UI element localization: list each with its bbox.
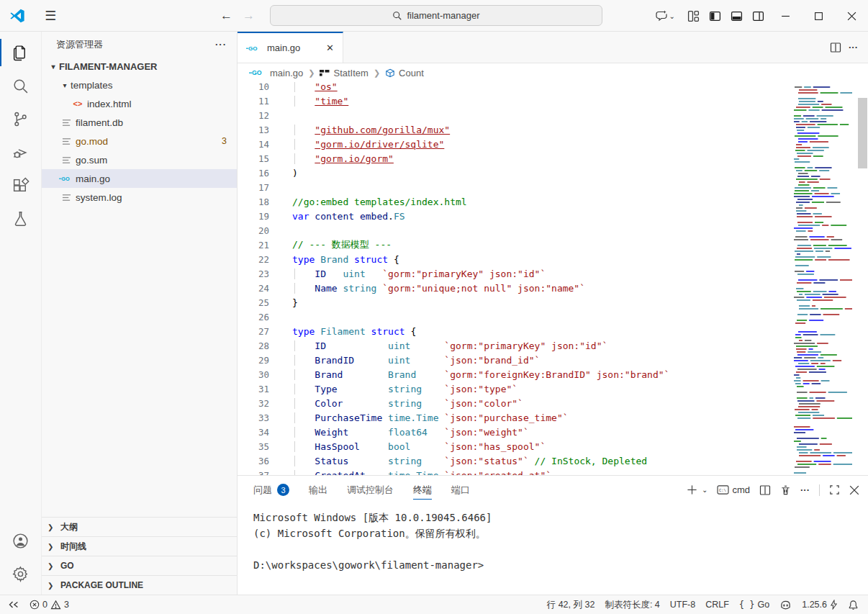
code-line-25[interactable]: 25} — [238, 295, 792, 310]
code-line-35[interactable]: 35 HasSpool bool `json:"has_spool"` — [238, 439, 792, 453]
minimap[interactable] — [792, 82, 856, 475]
code-line-13[interactable]: 13 "github.com/gorilla/mux" — [238, 122, 792, 137]
code-line-11[interactable]: 11 "time" — [238, 94, 792, 108]
sidebar-section-go[interactable]: ❯GO — [42, 556, 237, 575]
shell-selector[interactable]: C:\ cmd — [717, 484, 750, 495]
split-terminal-icon[interactable] — [759, 484, 771, 496]
editor-more-actions-icon[interactable]: ··· — [849, 42, 858, 53]
close-panel-icon[interactable] — [849, 485, 859, 495]
code-line-12[interactable]: 12 — [238, 108, 792, 122]
explorer-icon[interactable] — [0, 36, 42, 69]
sidebar-section--[interactable]: ❯大纲 — [42, 517, 237, 536]
back-arrow-icon[interactable]: ← — [220, 9, 232, 23]
maximize-button[interactable] — [802, 0, 835, 32]
code-line-34[interactable]: 34 Weight float64 `json:"weight"` — [238, 425, 792, 439]
toggle-secondary-sidebar-icon[interactable] — [747, 5, 769, 27]
sidebar-section-package-outline[interactable]: ❯PACKAGE OUTLINE — [42, 575, 237, 595]
breadcrumb-item-statitem[interactable]: StatItem — [320, 68, 368, 78]
code-line-27[interactable]: 27type Filament struct { — [238, 324, 792, 338]
tree-item-filament-manager[interactable]: ▾FILAMENT-MANAGER — [42, 57, 237, 76]
terminal-dropdown-chevron-icon[interactable]: ⌄ — [702, 486, 707, 494]
sidebar-section--[interactable]: ❯时间线 — [42, 536, 237, 556]
toggle-panel-icon[interactable] — [725, 5, 747, 27]
terminal-output[interactable]: Microsoft Windows [版本 10.0.19045.6466] (… — [238, 504, 868, 595]
forward-arrow-icon[interactable]: → — [243, 9, 255, 23]
toggle-primary-sidebar-icon[interactable] — [704, 5, 725, 27]
code-line-21[interactable]: 21// --- 数据模型 --- — [238, 238, 792, 252]
code-line-22[interactable]: 22type Brand struct { — [238, 252, 792, 266]
panel-tab-端口[interactable]: 端口 — [451, 476, 470, 504]
code-line-31[interactable]: 31 Type string `json:"type"` — [238, 382, 792, 396]
code-line-18[interactable]: 18//go:embed templates/index.html — [238, 194, 792, 209]
notifications-bell-icon[interactable] — [843, 600, 864, 610]
language-mode[interactable]: { } Go — [734, 600, 774, 610]
run-debug-icon[interactable] — [0, 135, 42, 168]
extensions-icon[interactable] — [0, 168, 42, 202]
go-version-status[interactable]: 1.25.6 — [797, 600, 843, 610]
code-line-20[interactable]: 20 — [238, 223, 792, 238]
tree-item-templates[interactable]: ▾templates — [42, 76, 237, 94]
editor-group: GO main.go ✕ ··· GOmain.go❯StatItem❯Coun… — [238, 32, 868, 595]
copilot-status-icon[interactable] — [774, 600, 797, 610]
code-line-23[interactable]: 23 ID uint `gorm:"primaryKey" json:"id"` — [238, 266, 792, 281]
close-window-button[interactable] — [835, 0, 868, 32]
settings-gear-icon[interactable] — [0, 557, 42, 590]
file-icon — [62, 137, 71, 146]
tree-item-filament-db[interactable]: filament.db — [42, 113, 237, 132]
panel-tab-终端[interactable]: 终端 — [413, 476, 432, 504]
search-view-icon[interactable] — [0, 69, 42, 102]
split-editor-icon[interactable] — [830, 42, 841, 53]
code-line-36[interactable]: 36 Status string `json:"status"` // InSt… — [238, 453, 792, 468]
panel-more-actions-icon[interactable]: ··· — [800, 484, 810, 495]
code-line-24[interactable]: 24 Name string `gorm:"unique;not null" j… — [238, 281, 792, 295]
tab-label: main.go — [267, 42, 318, 53]
panel-tab-问题[interactable]: 问题3 — [253, 476, 289, 504]
panel-tab-输出[interactable]: 输出 — [309, 476, 327, 504]
chevron-down-icon[interactable]: ⌄ — [669, 12, 675, 20]
code-editor[interactable]: 10 "os"11 "time"1213 "github.com/gorilla… — [238, 82, 868, 475]
maximize-panel-icon[interactable] — [829, 484, 840, 495]
tree-item-index-html[interactable]: <>index.html — [42, 94, 237, 113]
testing-icon[interactable] — [0, 202, 42, 235]
kill-terminal-trash-icon[interactable] — [780, 484, 791, 496]
code-line-33[interactable]: 33 PurchaseTime time.Time `json:"purchas… — [238, 410, 792, 425]
source-control-icon[interactable] — [0, 102, 42, 135]
tab-main-go[interactable]: GO main.go ✕ — [238, 32, 343, 63]
tree-item-main-go[interactable]: GOmain.go — [42, 169, 237, 188]
indentation-setting[interactable]: 制表符长度: 4 — [600, 599, 664, 611]
code-line-14[interactable]: 14 "gorm.io/driver/sqlite" — [238, 137, 792, 151]
code-line-29[interactable]: 29 BrandID uint `json:"brand_id"` — [238, 353, 792, 367]
tree-item-system-log[interactable]: system.log — [42, 188, 237, 207]
breadcrumb: GOmain.go❯StatItem❯Count — [238, 63, 868, 82]
menu-icon[interactable]: ☰ — [45, 8, 56, 24]
editor-scrollbar[interactable] — [858, 98, 867, 168]
sidebar-more-actions-icon[interactable]: ··· — [215, 39, 227, 50]
remote-indicator-icon[interactable] — [3, 600, 24, 610]
code-line-28[interactable]: 28 ID uint `gorm:"primaryKey" json:"id"` — [238, 338, 792, 353]
tree-item-go-sum[interactable]: go.sum — [42, 150, 237, 169]
command-center-search[interactable]: filament-manager — [270, 5, 602, 26]
editor-tab-bar: GO main.go ✕ ··· — [238, 32, 868, 63]
code-line-37[interactable]: 37 CreatedAt time.Time `json:"created_at… — [238, 468, 792, 475]
code-line-17[interactable]: 17 — [238, 180, 792, 194]
minimize-button[interactable] — [769, 0, 802, 32]
code-line-16[interactable]: 16) — [238, 166, 792, 180]
breadcrumb-item-count[interactable]: Count — [385, 68, 424, 78]
tree-item-go-mod[interactable]: go.mod3 — [42, 132, 237, 150]
cursor-position[interactable]: 行 42, 列 32 — [542, 599, 600, 611]
account-icon[interactable] — [0, 524, 42, 557]
eol-setting[interactable]: CRLF — [700, 600, 734, 610]
customize-layout-icon[interactable] — [682, 5, 704, 27]
code-line-19[interactable]: 19var content embed.FS — [238, 209, 792, 223]
panel-tab-调试控制台[interactable]: 调试控制台 — [347, 476, 394, 504]
code-line-15[interactable]: 15 "gorm.io/gorm" — [238, 151, 792, 166]
code-line-26[interactable]: 26 — [238, 310, 792, 324]
breadcrumb-item-main-go[interactable]: GOmain.go — [249, 68, 303, 78]
encoding-setting[interactable]: UTF-8 — [665, 600, 700, 610]
tab-close-icon[interactable]: ✕ — [323, 41, 337, 55]
new-terminal-icon[interactable] — [687, 484, 697, 495]
code-line-10[interactable]: 10 "os" — [238, 82, 792, 94]
code-line-32[interactable]: 32 Color string `json:"color"` — [238, 396, 792, 410]
code-line-30[interactable]: 30 Brand Brand `gorm:"foreignKey:BrandID… — [238, 367, 792, 382]
problems-status[interactable]: 0 3 — [24, 600, 74, 610]
